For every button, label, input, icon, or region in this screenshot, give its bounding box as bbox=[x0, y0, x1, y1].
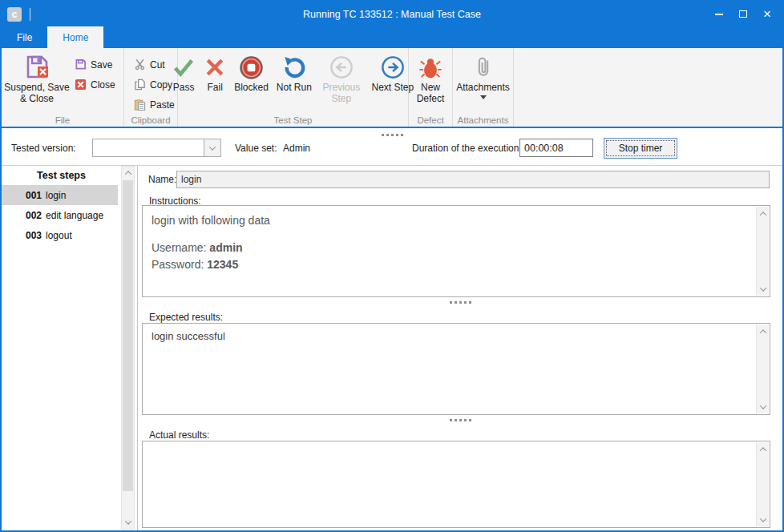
defect-group-label: Defect bbox=[409, 115, 452, 125]
scroll-down-icon[interactable] bbox=[757, 283, 769, 295]
new-defect-button[interactable]: New Defect bbox=[409, 48, 452, 115]
attachments-button[interactable]: Attachments bbox=[453, 48, 513, 115]
scroll-down-icon[interactable] bbox=[757, 514, 769, 526]
instructions-password-line: Password: 12345 bbox=[152, 256, 749, 272]
instructions-line1: login with following data bbox=[152, 212, 749, 228]
pass-check-icon bbox=[172, 53, 196, 82]
scroll-up-icon[interactable] bbox=[122, 167, 134, 179]
value-set-label: Value set: bbox=[235, 143, 277, 154]
tested-version-select[interactable] bbox=[92, 139, 221, 157]
paperclip-icon bbox=[471, 53, 495, 82]
titlebar: c Running TC 133512 : Manual Test Case × bbox=[2, 2, 782, 26]
ribbon-group-test-step: Pass Fail Blocked bbox=[178, 48, 409, 127]
actual-results-scrollbar[interactable] bbox=[756, 442, 769, 526]
test-steps-panel: Test steps 001 login 002 edit language 0… bbox=[2, 165, 138, 530]
toolbar-grip-handle[interactable] bbox=[2, 134, 782, 136]
minimize-icon bbox=[715, 14, 723, 15]
file-group-label: File bbox=[2, 115, 123, 125]
maximize-button[interactable] bbox=[731, 2, 755, 26]
close-red-icon bbox=[72, 79, 88, 91]
ribbon-tabs: File Home bbox=[2, 26, 782, 48]
next-step-icon bbox=[381, 53, 405, 82]
scroll-down-icon[interactable] bbox=[122, 516, 134, 529]
test-steps-scrollbar[interactable] bbox=[121, 166, 135, 530]
previous-step-button[interactable]: Previous Step bbox=[316, 48, 367, 115]
tab-home[interactable]: Home bbox=[47, 26, 103, 48]
save-button[interactable]: Save bbox=[72, 54, 115, 75]
previous-step-icon bbox=[329, 53, 354, 82]
expected-results-editor[interactable]: login successful bbox=[142, 323, 770, 415]
chevron-down-icon bbox=[209, 143, 216, 150]
splitter-grip-2[interactable] bbox=[139, 419, 782, 421]
test-step-item-003[interactable]: 003 logout bbox=[2, 225, 118, 245]
blocked-stop-icon bbox=[239, 53, 264, 82]
scroll-up-icon[interactable] bbox=[757, 325, 769, 337]
scissors-icon bbox=[131, 58, 148, 71]
suspend-save-close-icon bbox=[22, 53, 51, 82]
actual-results-text bbox=[152, 448, 749, 521]
ribbon-group-defect: New Defect Defect bbox=[409, 48, 453, 127]
fail-x-icon bbox=[204, 53, 226, 82]
name-input[interactable] bbox=[176, 171, 770, 188]
copy-icon bbox=[131, 79, 148, 91]
instructions-editor[interactable]: login with following data Username: admi… bbox=[142, 205, 770, 297]
save-icon bbox=[72, 58, 88, 71]
name-label: Name: bbox=[148, 174, 176, 185]
ribbon-group-file: Suspend, Save & Close Save bbox=[2, 48, 124, 127]
combo-dropdown-button[interactable] bbox=[204, 139, 220, 156]
not-run-reset-icon bbox=[282, 53, 306, 82]
duration-input[interactable] bbox=[519, 139, 593, 157]
tab-file[interactable]: File bbox=[2, 26, 47, 48]
maximize-icon bbox=[739, 10, 747, 18]
step-detail-panel: Name: Instructions: login with following… bbox=[139, 165, 782, 530]
tested-version-value bbox=[93, 139, 101, 156]
execution-toolbar: Tested version: Value set: Admin Duratio… bbox=[2, 130, 782, 165]
instructions-scrollbar[interactable] bbox=[756, 207, 769, 296]
blocked-button[interactable]: Blocked bbox=[230, 48, 273, 115]
test-step-item-002[interactable]: 002 edit language bbox=[2, 205, 118, 225]
ribbon-group-attachments: Attachments Attachments bbox=[453, 48, 514, 127]
test-steps-header: Test steps bbox=[2, 166, 137, 185]
tested-version-label: Tested version: bbox=[11, 143, 76, 154]
test-step-group-label: Test Step bbox=[178, 115, 408, 125]
not-run-button[interactable]: Not Run bbox=[273, 48, 316, 115]
scroll-up-icon[interactable] bbox=[757, 208, 769, 220]
expected-results-label: Expected results: bbox=[149, 312, 223, 323]
stop-timer-button[interactable]: Stop timer bbox=[604, 138, 677, 159]
window-title: Running TC 133512 : Manual Test Case bbox=[2, 9, 782, 20]
duration-label: Duration of the execution: bbox=[412, 143, 522, 154]
pass-button[interactable]: Pass bbox=[168, 48, 200, 115]
scroll-down-icon[interactable] bbox=[757, 401, 769, 413]
bug-icon bbox=[418, 53, 443, 82]
scrollbar-thumb[interactable] bbox=[123, 180, 133, 491]
scroll-up-icon[interactable] bbox=[757, 443, 769, 455]
close-icon: × bbox=[763, 7, 771, 21]
clipboard-group-label: Clipboard bbox=[124, 115, 177, 125]
actual-results-label: Actual results: bbox=[149, 429, 209, 441]
value-set-value: Admin bbox=[283, 143, 310, 154]
expected-results-text: login successful bbox=[152, 330, 749, 408]
close-test-button[interactable]: Close bbox=[72, 75, 115, 95]
test-step-item-001[interactable]: 001 login bbox=[2, 185, 118, 205]
actual-results-editor[interactable] bbox=[142, 441, 770, 528]
app-window: c Running TC 133512 : Manual Test Case ×… bbox=[0, 0, 784, 532]
attachments-group-label: Attachments bbox=[453, 115, 513, 125]
paste-icon bbox=[131, 99, 148, 111]
window-controls: × bbox=[707, 2, 779, 26]
ribbon: Suspend, Save & Close Save bbox=[2, 48, 782, 128]
instructions-username-line: Username: admin bbox=[152, 240, 749, 256]
minimize-button[interactable] bbox=[707, 2, 731, 26]
attachments-dropdown-icon bbox=[480, 95, 487, 99]
splitter-grip-1[interactable] bbox=[139, 301, 782, 304]
suspend-save-close-button[interactable]: Suspend, Save & Close bbox=[2, 48, 72, 115]
expected-results-scrollbar[interactable] bbox=[756, 324, 769, 413]
fail-button[interactable]: Fail bbox=[200, 48, 230, 115]
close-button[interactable]: × bbox=[755, 2, 779, 26]
